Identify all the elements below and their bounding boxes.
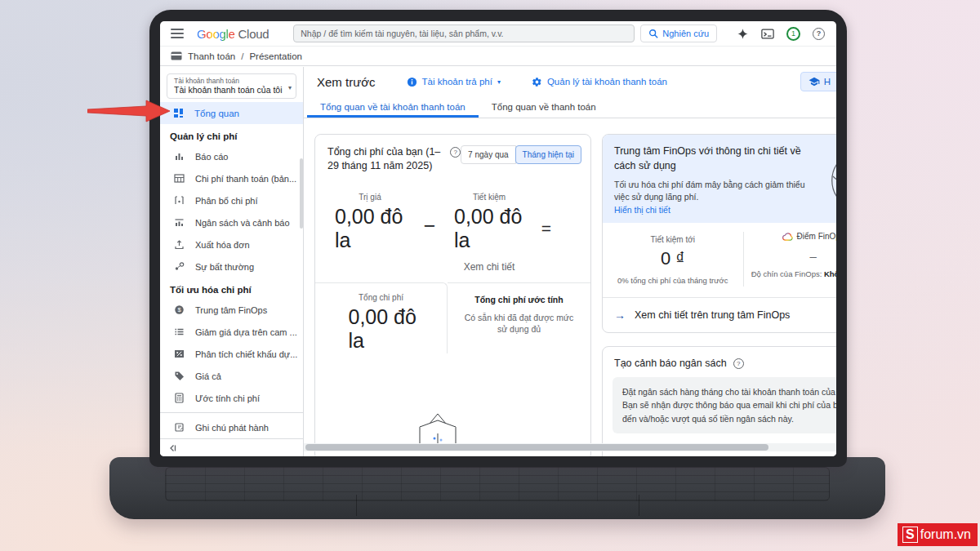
sidebar-item-label: Ghi chú phát hành [195, 423, 269, 433]
menu-icon[interactable] [171, 26, 184, 41]
finops-details-link[interactable]: → Xem chi tiết trên trung tâm FinOps [603, 297, 836, 332]
savings-up-to-value: 0 ₫ [608, 248, 738, 269]
calculator-icon [174, 393, 185, 403]
sidebar-item-finops-hub[interactable]: $ Trung tâm FinOps [160, 299, 303, 321]
graduation-cap-icon [808, 77, 820, 87]
watermark-s: S [902, 527, 918, 543]
page-header: Xem trước Tài khoản trả phí ▾ Quản lý tà… [304, 67, 836, 96]
cost-equation: Trị giá 0,00 đô la − Tiết kiệm 0,00 đô l… [315, 173, 590, 273]
savings-label: Tiết kiệm [441, 193, 537, 202]
billing-sidebar: Tài khoản thanh toán Tài khoản thanh toá… [160, 67, 304, 456]
total-cost-label: Tổng chi phí [315, 293, 447, 302]
chevron-down-icon: ▾ [288, 84, 292, 91]
tab-payments-overview[interactable]: Tổng quan về thanh toán [479, 96, 609, 118]
learn-button-label: H [824, 77, 831, 87]
bar-chart-icon [174, 151, 185, 162]
help-icon[interactable]: ? [450, 147, 461, 158]
info-icon [407, 77, 417, 87]
finops-title: Trung tâm FinOps với thông tin chi tiết … [614, 144, 808, 173]
sidebar-item-label: Ước tính chi phí [195, 393, 260, 403]
help-icon[interactable]: ? [733, 358, 744, 369]
price-tag-icon [174, 371, 185, 381]
sidebar-item-label: Xuất hóa đơn [195, 240, 250, 250]
breadcrumb-page: Présentation [249, 51, 302, 61]
manage-billing-label: Quản lý tài khoản thanh toán [547, 77, 667, 87]
google-cloud-mini-icon [782, 233, 793, 241]
percent-box-icon [174, 349, 185, 359]
equals-sign: = [537, 219, 555, 273]
help-glyph: ? [817, 29, 822, 38]
sidebar-item-reports[interactable]: Báo cáo [160, 145, 303, 167]
finops-footer-label: Xem chi tiết trên trung tâm FinOps [635, 309, 790, 321]
sidebar-item-release-notes[interactable]: Ghi chú phát hành [160, 416, 303, 438]
finops-body: Tối ưu hóa chi phí đám mây bằng cách giả… [614, 179, 812, 202]
budget-card-body: Đặt ngân sách hàng tháng cho tài khoản t… [612, 377, 836, 433]
finops-stats: Tiết kiệm tới 0 ₫ 0% tổng chi phí của th… [603, 223, 836, 296]
gemini-sparkle-icon[interactable] [737, 28, 749, 40]
sidebar-item-label: Trung tâm FinOps [195, 305, 267, 315]
search-icon [648, 29, 658, 38]
globe-illustration [829, 148, 836, 213]
range-7-days-button[interactable]: 7 ngày qua [461, 145, 516, 164]
sidebar-item-overview[interactable]: Tổng quan [160, 102, 303, 124]
billing-account-selector[interactable]: Tài khoản thanh toán Tài khoản thanh toá… [167, 73, 296, 99]
sidebar-item-discount-analysis[interactable]: Phân tích chiết khấu dự... [160, 343, 303, 365]
sidebar-item-committed-discounts[interactable]: Giảm giá dựa trên cam ... [160, 321, 303, 343]
sidebar-item-label: Tổng quan [194, 109, 239, 118]
horizontal-scrollbar[interactable] [304, 443, 836, 451]
account-avatar[interactable]: 1 [786, 27, 800, 41]
see-details-link[interactable]: Xem chi tiết [441, 261, 537, 273]
sidebar-section-cost-management: Quản lý chi phí [160, 124, 303, 145]
sidebar-item-label: Ngân sách và cảnh báo [195, 218, 290, 228]
sidebar-divider [160, 412, 303, 413]
sidebar-item-invoice-export[interactable]: Xuất hóa đơn [160, 233, 303, 256]
breadcrumb: Thanh toán / Présentation [160, 47, 836, 66]
finops-card: Trung tâm FinOps với thông tin chi tiết … [602, 134, 836, 333]
date-range-toggle: 7 ngày qua Tháng hiện tại [461, 145, 581, 173]
budget-alert-card: Tạo cảnh báo ngân sách ? Đặt ngân sách h… [602, 346, 836, 456]
search-input[interactable] [293, 24, 635, 42]
finops-maturity-label: Độ chín của FinOps: [751, 269, 824, 278]
savings-amount: 0,00 đô la [441, 205, 532, 253]
savings-up-to-note: 0% tổng chi phí của tháng trước [608, 275, 738, 286]
sidebar-item-pricing[interactable]: Giá cả [160, 365, 303, 387]
sidebar-item-anomalies[interactable]: Sự bất thường [160, 256, 303, 278]
breadcrumb-section[interactable]: Thanh toán [188, 51, 235, 61]
sidebar-item-label: Phân bổ chi phí [195, 196, 257, 206]
cloud-logo-text: Cloud [238, 27, 270, 41]
tab-billing-account-overview[interactable]: Tổng quan về tài khoản thanh toán [307, 96, 479, 118]
paid-account-dropdown[interactable]: Tài khoản trả phí ▾ [407, 77, 501, 87]
total-cost-amount: 0,00 đô la [336, 305, 427, 353]
laptop-screen-bezel: Google Cloud Nghiên cứu 1 ? Thanh toán / [149, 10, 847, 467]
gear-icon [532, 77, 542, 87]
sidebar-collapse-button[interactable] [160, 438, 303, 456]
sidebar-item-billing-cost-table[interactable]: Chi phí thanh toán (bản... [160, 167, 303, 189]
total-cost-card: Tổng chi phí của bạn (1–29 tháng 11 năm … [314, 134, 591, 456]
search-button[interactable]: Nghiên cứu [640, 24, 717, 42]
browser-screen: Google Cloud Nghiên cứu 1 ? Thanh toán / [160, 21, 836, 456]
sidebar-item-label: Báo cáo [195, 152, 228, 162]
sidebar-item-budgets-alerts[interactable]: Ngân sách và cảnh báo [160, 211, 303, 233]
breadcrumb-separator: / [241, 51, 243, 61]
google-cloud-logo[interactable]: Google Cloud [197, 27, 269, 41]
sidebar-scrollbar[interactable] [300, 158, 303, 229]
range-current-month-button[interactable]: Tháng hiện tại [515, 145, 581, 164]
red-annotation-arrow [87, 100, 171, 122]
manage-billing-account-link[interactable]: Quản lý tài khoản thanh toán [532, 77, 667, 87]
sforum-watermark: S forum.vn [898, 523, 978, 546]
estimated-total-note: Có sẵn khi đã đạt được mức sử dụng đủ [454, 312, 584, 335]
cloud-shell-icon[interactable] [761, 29, 774, 39]
estimated-total-label: Tổng chi phí ước tính [454, 295, 584, 304]
sidebar-item-cost-allocation[interactable]: Phân bổ chi phí [160, 189, 303, 211]
learn-button[interactable]: H [800, 72, 836, 91]
release-notes-icon [174, 422, 185, 433]
cost-totals-row: Tổng chi phí 0,00 đô la Tổng chi phí ước… [315, 282, 590, 353]
scrollbar-thumb[interactable] [305, 444, 768, 451]
search-button-label: Nghiên cứu [662, 29, 709, 38]
overview-tabs: Tổng quan về tài khoản thanh toán Tổng q… [304, 96, 836, 118]
finops-show-details-link[interactable]: Hiển thị chi tiết [614, 205, 836, 215]
laptop-keyboard [165, 467, 830, 501]
sidebar-item-label: Giá cả [195, 371, 221, 381]
help-icon[interactable]: ? [813, 28, 825, 40]
sidebar-item-cost-estimate[interactable]: Ước tính chi phí [160, 387, 303, 409]
